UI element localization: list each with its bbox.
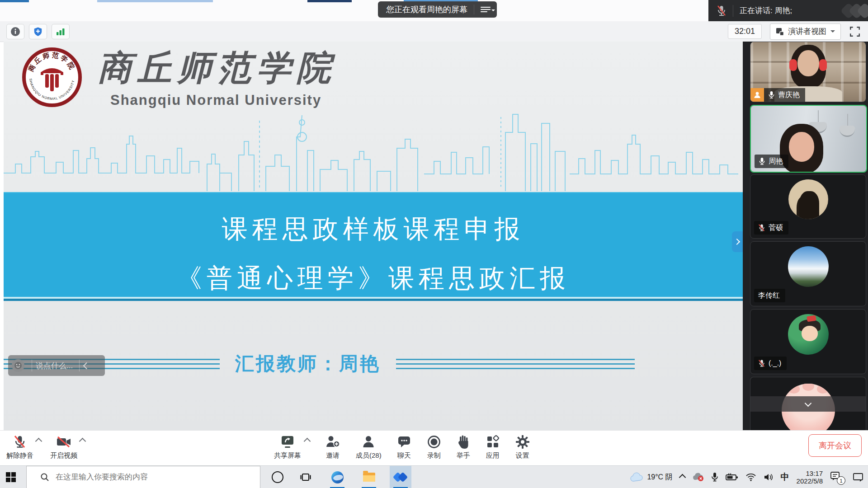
invite-icon (325, 435, 340, 449)
tray-mic-icon[interactable] (711, 472, 718, 482)
toolbar-label: 录制 (427, 451, 441, 460)
notification-tray-icon[interactable]: 1 (830, 471, 841, 483)
raise-hand-icon (457, 435, 470, 449)
presenter-row: 汇报教师：周艳 (4, 352, 743, 375)
layout-icon (776, 28, 784, 36)
toolbar-label: 开启视频 (50, 451, 77, 460)
status-divider (733, 5, 733, 17)
mic-options-chevron[interactable] (35, 438, 42, 445)
slide-title-banner: 课程思政样板课程申报 《普通心理学》课程思政汇报 (4, 192, 743, 297)
volume-icon[interactable] (764, 473, 774, 481)
weather-label: 19°C 阴 (647, 473, 672, 482)
viewer-toolbar: 32:01 演讲者视图 (0, 21, 868, 42)
clock-time: 13:17 (797, 469, 823, 477)
mic-muted-icon (717, 5, 726, 17)
banner-edge-dark (4, 299, 743, 301)
participant-tile[interactable] (750, 377, 866, 431)
taskbar-search[interactable] (26, 466, 260, 488)
meeting-app-button[interactable] (390, 466, 411, 488)
fullscreen-button[interactable] (849, 26, 861, 38)
start-button[interactable] (0, 466, 22, 488)
battery-icon[interactable] (726, 473, 738, 481)
apps-button[interactable]: 应用 (486, 431, 500, 460)
chat-button[interactable]: 聊天 (397, 431, 411, 460)
mic-muted-icon (13, 435, 27, 449)
search-icon (40, 473, 49, 482)
onedrive-error-icon[interactable] (692, 473, 704, 482)
participants-sidebar: 曹庆艳 周艳 (743, 42, 868, 430)
collapse-participants-bar[interactable] (750, 396, 866, 412)
notification-count-badge: 1 (837, 476, 845, 485)
participant-tile[interactable]: 李传红 (750, 241, 866, 306)
speaking-label: 正在讲话: 周艳; (740, 5, 792, 16)
wifi-icon[interactable] (745, 473, 756, 481)
participant-tile[interactable]: 曹庆艳 (750, 42, 866, 102)
decor-lines-right (396, 359, 635, 369)
settings-gear-icon (515, 435, 530, 449)
quick-chat-input[interactable]: 说点什么... (8, 355, 105, 376)
action-center-icon[interactable] (853, 472, 863, 482)
unmute-button[interactable]: 解除静音 (6, 431, 33, 460)
watching-screen-pill[interactable]: 您正在观看周艳的屏幕 (378, 1, 497, 18)
emoji-icon[interactable] (12, 359, 24, 372)
weather-widget[interactable]: 19°C 阴 (630, 472, 672, 482)
toolbar-label: 应用 (486, 451, 500, 460)
raise-hand-button[interactable]: 举手 (457, 431, 470, 460)
collapse-chat-icon[interactable] (83, 362, 90, 369)
view-mode-dropdown[interactable]: 演讲者视图 (770, 23, 841, 40)
participant-avatar (788, 246, 829, 287)
top-strip: 您正在观看周艳的屏幕 正在讲话: 周艳; (0, 0, 868, 21)
meeting-app-icon (394, 471, 407, 483)
members-button[interactable]: 成员(28) (356, 431, 382, 460)
task-view-button[interactable] (295, 466, 316, 488)
slide-title-line2: 《普通心理学》课程思政汇报 (4, 261, 743, 296)
network-quality-button[interactable] (52, 24, 70, 39)
leave-meeting-button[interactable]: 离开会议 (808, 434, 862, 457)
info-icon (10, 27, 20, 37)
search-input[interactable] (55, 472, 246, 482)
video-options-chevron[interactable] (79, 438, 86, 445)
edge-browser-button[interactable] (326, 466, 348, 488)
invite-button[interactable]: 邀请 (325, 431, 340, 460)
chat-divider (32, 360, 32, 371)
view-mode-label: 演讲者视图 (788, 26, 826, 37)
university-seal-logo: 商丘师范学院 SHANGQIU NORMAL UNIVERSITY (22, 47, 82, 108)
participant-tile[interactable]: (._.) (750, 309, 866, 374)
chat-icon (397, 435, 411, 449)
settings-button[interactable]: 设置 (515, 431, 530, 460)
participant-avatar (788, 314, 829, 355)
share-screen-button[interactable]: 共享屏幕 (274, 431, 301, 460)
tray-overflow-chevron[interactable] (679, 474, 686, 481)
members-icon (361, 435, 376, 449)
meeting-info-button[interactable] (6, 24, 24, 39)
signal-bars-icon (56, 27, 66, 36)
apps-icon (486, 435, 500, 449)
security-button[interactable] (29, 24, 47, 39)
record-button[interactable]: 录制 (427, 431, 441, 460)
cortana-button[interactable] (267, 466, 288, 488)
mic-muted-icon (758, 359, 765, 367)
weather-cloud-icon (630, 472, 643, 482)
share-options-chevron[interactable] (304, 438, 311, 445)
mic-icon (768, 91, 775, 99)
toolbar-label: 邀请 (326, 451, 340, 460)
participant-tile[interactable]: 周艳 (750, 105, 867, 173)
file-explorer-button[interactable] (358, 466, 380, 488)
meeting-toolbar: 解除静音 开启视频 共享屏幕 (0, 430, 868, 466)
ime-indicator[interactable]: 中 (781, 471, 789, 483)
pill-menu-icon[interactable] (479, 5, 494, 14)
city-skyline-graphic (4, 102, 743, 192)
toolbar-label: 设置 (516, 451, 529, 460)
participant-tile[interactable]: 菅硕 (750, 174, 866, 239)
university-name-cn: 商丘师范学院 (98, 45, 336, 92)
windows-taskbar: 19°C 阴 中 13:17 (0, 465, 868, 488)
start-video-button[interactable]: 开启视频 (50, 431, 77, 460)
chat-divider (79, 360, 80, 371)
slide-title-line1: 课程思政样板课程申报 (4, 212, 743, 247)
shared-screen-slide: 商丘师范学院 SHANGQIU NORMAL UNIVERSITY 商丘师范学院… (4, 42, 743, 430)
chevron-down-icon (830, 30, 835, 35)
sidebar-expand-tab[interactable] (732, 231, 743, 252)
windows-logo-icon (6, 472, 16, 482)
taskbar-clock[interactable]: 13:17 2022/5/8 (797, 469, 823, 485)
edge-icon (331, 471, 344, 483)
